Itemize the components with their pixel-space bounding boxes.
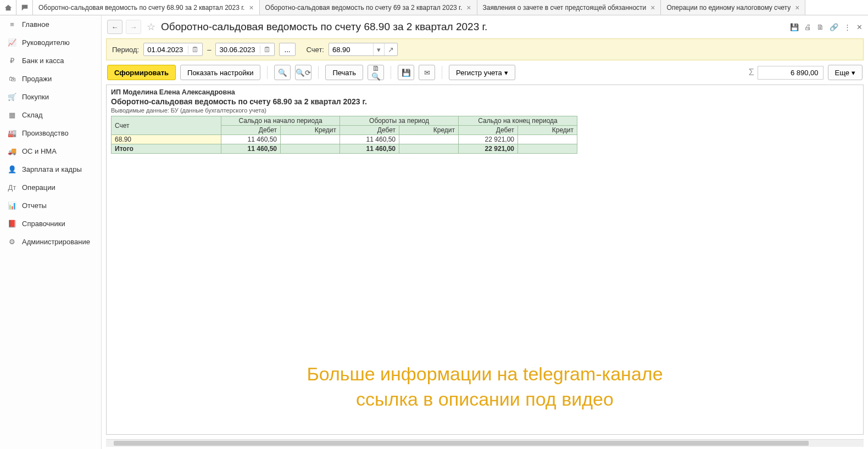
calendar-icon[interactable]: 🗓 <box>188 46 202 54</box>
close-icon[interactable]: × <box>249 3 253 12</box>
calendar-icon[interactable]: 🗓 <box>260 46 274 54</box>
sidebar-item-warehouse[interactable]: ▦Склад <box>0 106 101 124</box>
sidebar-item-label: Главное <box>22 20 49 29</box>
date-from-field[interactable]: 🗓 <box>143 43 203 56</box>
period-label: Период: <box>112 46 139 54</box>
favorite-icon[interactable]: ☆ <box>144 21 158 33</box>
sidebar-item-reports[interactable]: 📊Отчеты <box>0 197 101 215</box>
account-input[interactable] <box>329 44 373 55</box>
cell-start-debit[interactable]: 11 460,50 <box>221 135 281 144</box>
date-to-field[interactable]: 🗓 <box>215 43 275 56</box>
account-label: Счет: <box>307 46 324 54</box>
cell-end-debit[interactable]: 22 921,00 <box>459 135 518 144</box>
search-refresh-icon[interactable]: 🔍⟳ <box>295 65 311 80</box>
cell-turn-credit[interactable] <box>399 135 459 144</box>
sidebar-item-operations-icon: Дт <box>7 183 18 192</box>
report-table: Счет Сальдо на начало периода Обороты за… <box>111 116 577 154</box>
sum-field[interactable] <box>758 66 824 80</box>
sidebar-item-manager[interactable]: 📈Руководителю <box>0 33 101 52</box>
tab-label: Оборотно-сальдовая ведомость по счету 68… <box>38 4 244 12</box>
cell-turn-debit[interactable]: 11 460,50 <box>340 135 399 144</box>
open-icon[interactable]: ↗ <box>384 43 397 55</box>
sidebar-item-production[interactable]: 🏭Производство <box>0 124 101 142</box>
close-icon[interactable]: ✕ <box>856 23 863 31</box>
cell-account[interactable]: 68.90 <box>112 135 221 144</box>
table-total-row: Итого11 460,5011 460,5022 921,00 <box>112 144 577 154</box>
sidebar-item-catalogs[interactable]: 📕Справочники <box>0 215 101 233</box>
sidebar-item-label: Покупки <box>22 93 49 101</box>
close-icon[interactable]: × <box>466 3 471 12</box>
cell-end-credit[interactable] <box>518 135 577 144</box>
link-icon[interactable]: 🔗 <box>830 23 838 31</box>
col-start: Сальдо на начало периода <box>221 116 340 126</box>
tab-2[interactable]: Заявления о зачете в счет предстоящей об… <box>477 0 661 15</box>
date-to-input[interactable] <box>216 44 260 55</box>
cell-total-end-credit <box>518 144 577 154</box>
cell-total-start-credit <box>281 144 340 154</box>
sidebar-item-main-icon: ≡ <box>7 20 18 29</box>
tab-1[interactable]: Оборотно-сальдовая ведомость по счету 69… <box>260 0 477 15</box>
sidebar-item-manager-icon: 📈 <box>7 38 18 47</box>
dash-label: – <box>207 46 211 54</box>
cell-total-label: Итого <box>112 144 221 154</box>
sidebar-item-purchases[interactable]: 🛒Покупки <box>0 88 101 106</box>
print-preview-icon[interactable]: 🗎🔍 <box>368 65 384 80</box>
col-debit: Дебет <box>221 126 281 135</box>
home-icon[interactable] <box>0 0 16 15</box>
tab-3[interactable]: Операции по единому налоговому счету× <box>661 0 805 15</box>
document-icon[interactable]: 🗎 <box>817 23 824 31</box>
print-icon[interactable]: 🖨 <box>804 23 811 31</box>
tab-0[interactable]: Оборотно-сальдовая ведомость по счету 68… <box>33 0 260 15</box>
forward-button[interactable]: → <box>126 20 141 34</box>
generate-button[interactable]: Сформировать <box>107 65 176 80</box>
sidebar-item-label: Операции <box>22 183 55 192</box>
close-icon[interactable]: × <box>795 3 799 12</box>
col-credit: Кредит <box>399 126 459 135</box>
tab-label: Заявления о зачете в счет предстоящей об… <box>483 4 647 12</box>
sidebar-item-catalogs-icon: 📕 <box>7 220 18 228</box>
close-icon[interactable]: × <box>650 3 655 12</box>
sidebar-item-sales[interactable]: 🛍Продажи <box>0 70 101 88</box>
sidebar-item-reports-icon: 📊 <box>7 201 18 210</box>
horizontal-scrollbar[interactable] <box>106 439 864 447</box>
chevron-down-icon: ▾ <box>504 69 508 77</box>
more-button[interactable]: Еще ▾ <box>828 65 863 80</box>
email-icon[interactable]: ✉ <box>419 65 435 80</box>
sidebar-item-sales-icon: 🛍 <box>7 75 18 83</box>
tab-label: Оборотно-сальдовая ведомость по счету 69… <box>265 4 463 12</box>
sidebar-item-operations[interactable]: ДтОперации <box>0 178 101 197</box>
sidebar-item-main[interactable]: ≡Главное <box>0 15 101 33</box>
save-icon[interactable]: 💾 <box>790 23 799 31</box>
period-select-button[interactable]: ... <box>279 43 295 56</box>
sidebar-item-label: Зарплата и кадры <box>22 165 82 173</box>
sidebar-item-admin[interactable]: ⚙Администрирование <box>0 233 101 251</box>
sidebar-item-assets[interactable]: 🚚ОС и НМА <box>0 142 101 160</box>
account-field[interactable]: ▾ ↗ <box>329 43 398 56</box>
date-from-input[interactable] <box>144 44 188 55</box>
register-button[interactable]: Регистр учета ▾ <box>449 65 515 80</box>
sidebar-item-admin-icon: ⚙ <box>7 238 18 246</box>
report-subtitle: Выводимые данные: БУ (данные бухгалтерск… <box>111 107 859 114</box>
tab-label: Операции по единому налоговому счету <box>666 4 791 12</box>
kebab-icon[interactable]: ⋮ <box>844 23 851 31</box>
sidebar-item-label: Продажи <box>22 75 52 83</box>
col-turns: Обороты за период <box>340 116 459 126</box>
col-end: Сальдо на конец периода <box>459 116 577 126</box>
sidebar-item-hr[interactable]: 👤Зарплата и кадры <box>0 160 101 178</box>
table-row[interactable]: 68.9011 460,5011 460,5022 921,00 <box>112 135 577 144</box>
print-button[interactable]: Печать <box>325 65 363 80</box>
cell-start-credit[interactable] <box>281 135 340 144</box>
sidebar-item-purchases-icon: 🛒 <box>7 93 18 101</box>
back-button[interactable]: ← <box>107 20 123 34</box>
search-icon[interactable]: 🔍 <box>274 65 291 80</box>
show-settings-button[interactable]: Показать настройки <box>180 65 260 80</box>
sidebar-item-bank-icon: ₽ <box>7 57 18 65</box>
chevron-down-icon[interactable]: ▾ <box>373 43 384 55</box>
sidebar-item-bank[interactable]: ₽Банк и касса <box>0 52 101 70</box>
sidebar-item-assets-icon: 🚚 <box>7 147 18 155</box>
save-disk-icon[interactable]: 💾 <box>398 65 414 80</box>
sidebar-item-hr-icon: 👤 <box>7 165 18 173</box>
chat-icon[interactable] <box>16 0 33 15</box>
chevron-down-icon: ▾ <box>852 69 855 77</box>
org-name: ИП Моделина Елена Александровна <box>111 88 859 96</box>
